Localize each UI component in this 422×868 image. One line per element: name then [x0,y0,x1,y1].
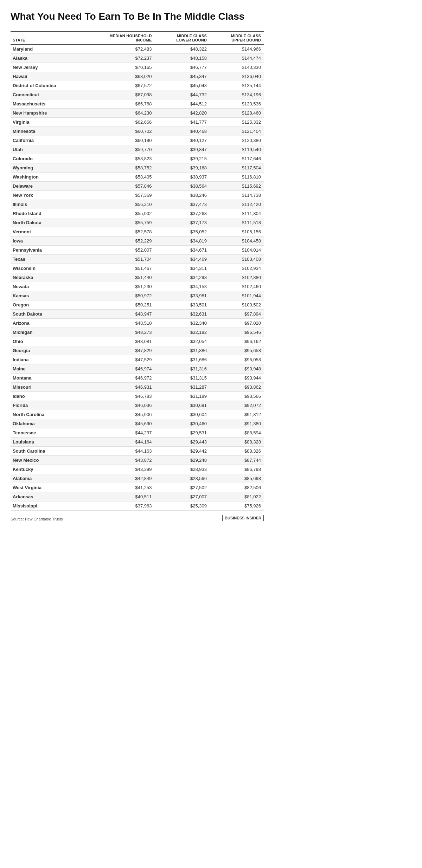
cell-income: $57,846 [81,181,155,190]
cell-lower: $39,847 [155,145,210,154]
table-row: Arkansas$40,511$27,007$81,022 [11,492,264,501]
cell-income: $68,020 [81,72,155,81]
table-row: Kansas$50,972$33,981$101,944 [11,291,264,300]
table-row: Ohio$48,081$32,054$96,162 [11,337,264,346]
table-row: South Carolina$44,163$29,442$88,326 [11,446,264,455]
cell-state: Oregon [11,300,81,309]
cell-income: $48,273 [81,328,155,337]
cell-lower: $29,248 [155,455,210,465]
cell-upper: $96,546 [210,328,264,337]
table-row: Florida$46,036$30,691$92,072 [11,401,264,410]
cell-income: $60,702 [81,127,155,136]
cell-upper: $125,332 [210,117,264,127]
cell-lower: $29,443 [155,437,210,446]
cell-state: Virginia [11,117,81,127]
cell-upper: $111,804 [210,209,264,218]
cell-state: Alaska [11,53,81,63]
cell-lower: $48,158 [155,53,210,63]
cell-lower: $41,777 [155,117,210,127]
cell-upper: $91,812 [210,410,264,419]
cell-state: Vermont [11,227,81,236]
cell-income: $46,931 [81,382,155,391]
cell-income: $44,163 [81,446,155,455]
cell-state: New Mexico [11,455,81,465]
cell-income: $66,768 [81,99,155,108]
cell-state: Alabama [11,474,81,483]
col-header-lower: MIDDLE CLASS LOWER BOUND [155,31,210,45]
cell-state: Texas [11,254,81,264]
cell-income: $57,369 [81,190,155,200]
cell-lower: $28,933 [155,465,210,474]
cell-state: Illinois [11,200,81,209]
cell-upper: $104,014 [210,245,264,254]
cell-income: $72,483 [81,44,155,53]
table-row: Maine$46,974$31,316$93,948 [11,364,264,373]
cell-lower: $34,819 [155,236,210,245]
cell-state: Mississippi [11,501,81,510]
cell-lower: $31,315 [155,373,210,382]
cell-income: $41,253 [81,483,155,492]
cell-lower: $45,347 [155,72,210,81]
cell-upper: $93,944 [210,373,264,382]
cell-state: Arkansas [11,492,81,501]
cell-income: $44,164 [81,437,155,446]
cell-state: North Carolina [11,410,81,419]
cell-income: $47,529 [81,355,155,364]
cell-upper: $91,380 [210,419,264,428]
cell-lower: $39,168 [155,163,210,172]
cell-lower: $25,309 [155,501,210,510]
col-header-income: MEDIAN HOUSEHOLD INCOME [81,31,155,45]
cell-state: New York [11,190,81,200]
cell-lower: $32,182 [155,328,210,337]
table-row: Iowa$52,229$34,819$104,458 [11,236,264,245]
table-row: South Dakota$48,947$32,631$97,894 [11,309,264,318]
table-row: New Mexico$43,872$29,248$87,744 [11,455,264,465]
cell-upper: $75,926 [210,501,264,510]
cell-upper: $93,948 [210,364,264,373]
cell-state: Maryland [11,44,81,53]
cell-upper: $120,380 [210,136,264,145]
table-row: Nebraska$51,440$34,293$102,880 [11,273,264,282]
cell-state: Nebraska [11,273,81,282]
cell-upper: $116,810 [210,172,264,181]
cell-income: $46,783 [81,391,155,401]
cell-lower: $34,671 [155,245,210,254]
table-row: District of Columbia$67,572$45,048$135,1… [11,81,264,90]
cell-state: Georgia [11,346,81,355]
cell-lower: $37,473 [155,200,210,209]
cell-income: $58,823 [81,154,155,163]
cell-state: Iowa [11,236,81,245]
table-row: New Hampshire$64,230$42,820$128,460 [11,108,264,117]
cell-upper: $95,058 [210,355,264,364]
cell-state: District of Columbia [11,81,81,90]
cell-upper: $111,518 [210,218,264,227]
cell-state: Tennessee [11,428,81,437]
cell-state: Missouri [11,382,81,391]
table-row: Oregon$50,251$33,501$100,502 [11,300,264,309]
cell-income: $52,578 [81,227,155,236]
table-row: Connecticut$67,098$44,732$134,196 [11,90,264,99]
cell-income: $67,098 [81,90,155,99]
cell-upper: $135,144 [210,81,264,90]
cell-upper: $119,540 [210,145,264,154]
table-header-row: STATE MEDIAN HOUSEHOLD INCOME MIDDLE CLA… [11,31,264,45]
cell-state: California [11,136,81,145]
cell-upper: $114,738 [210,190,264,200]
cell-income: $55,759 [81,218,155,227]
cell-income: $45,690 [81,419,155,428]
cell-state: Montana [11,373,81,382]
cell-state: Hawaii [11,72,81,81]
cell-state: Maine [11,364,81,373]
cell-state: Florida [11,401,81,410]
cell-state: Nevada [11,282,81,291]
cell-upper: $92,072 [210,401,264,410]
cell-income: $58,405 [81,172,155,181]
table-row: Utah$59,770$39,847$119,540 [11,145,264,154]
table-row: North Dakota$55,759$37,173$111,518 [11,218,264,227]
cell-income: $47,829 [81,346,155,355]
cell-lower: $29,531 [155,428,210,437]
cell-upper: $134,196 [210,90,264,99]
cell-state: Idaho [11,391,81,401]
table-row: Michigan$48,273$32,182$96,546 [11,328,264,337]
cell-state: Indiana [11,355,81,364]
